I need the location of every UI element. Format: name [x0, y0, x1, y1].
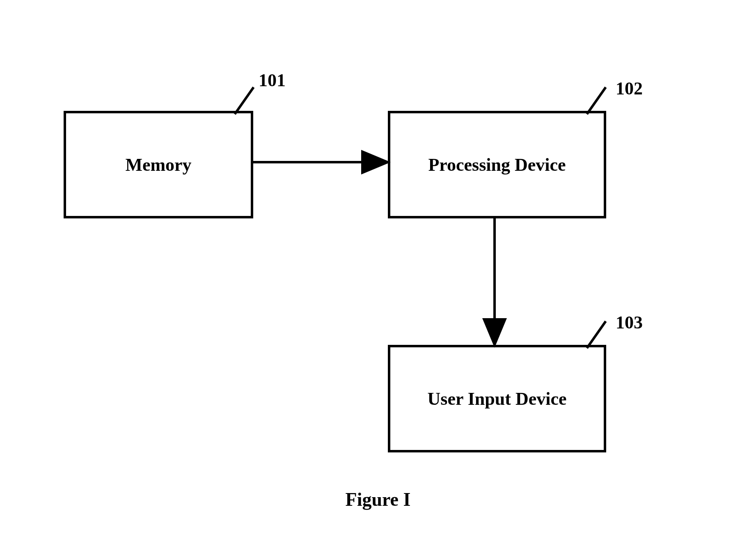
diagram-canvas: Memory 101 Processing Device 102 User In… [0, 0, 756, 553]
block-userinput-label: User Input Device [428, 388, 567, 409]
block-processing-label: Processing Device [428, 154, 566, 175]
ref-label-102: 102 [616, 78, 643, 99]
block-processing: Processing Device [388, 111, 606, 218]
block-memory: Memory [64, 111, 253, 218]
ref-label-101: 101 [259, 70, 286, 91]
block-memory-label: Memory [125, 154, 191, 175]
figure-caption: Figure I [0, 489, 756, 510]
block-userinput: User Input Device [388, 345, 606, 452]
ref-label-103: 103 [616, 312, 643, 333]
